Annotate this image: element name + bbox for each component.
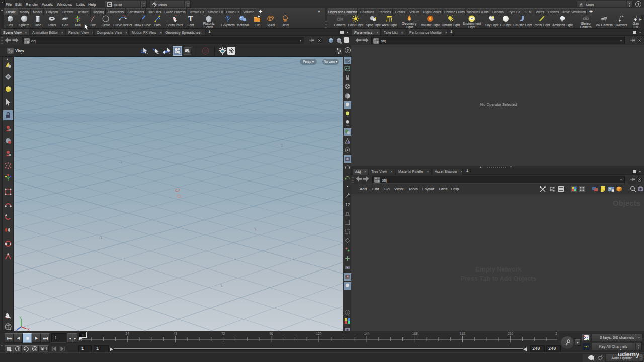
- svg-text:168: 168: [412, 332, 418, 335]
- svg-text:120: 120: [316, 332, 322, 335]
- svg-text:240: 240: [555, 332, 557, 335]
- svg-text:T: T: [188, 15, 193, 23]
- svg-text:144: 144: [364, 332, 370, 335]
- svg-text:24: 24: [126, 332, 130, 335]
- svg-text:12: 12: [345, 202, 350, 207]
- svg-text:216: 216: [508, 332, 513, 335]
- svg-text:192: 192: [460, 332, 465, 335]
- svg-text:Y: Y: [19, 316, 22, 319]
- svg-text:i: i: [347, 311, 348, 314]
- svg-text:72: 72: [221, 332, 225, 335]
- svg-text:96: 96: [269, 332, 273, 335]
- svg-text:48: 48: [174, 332, 178, 335]
